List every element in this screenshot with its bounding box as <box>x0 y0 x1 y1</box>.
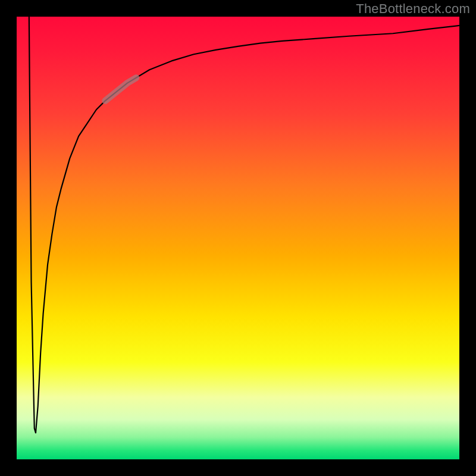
bottleneck-curve <box>29 17 459 433</box>
curve-highlight <box>105 78 136 101</box>
chart-frame: TheBottleneck.com <box>0 0 476 476</box>
curve-layer <box>17 17 459 459</box>
plot-area <box>17 17 459 459</box>
watermark-text: TheBottleneck.com <box>356 1 470 17</box>
